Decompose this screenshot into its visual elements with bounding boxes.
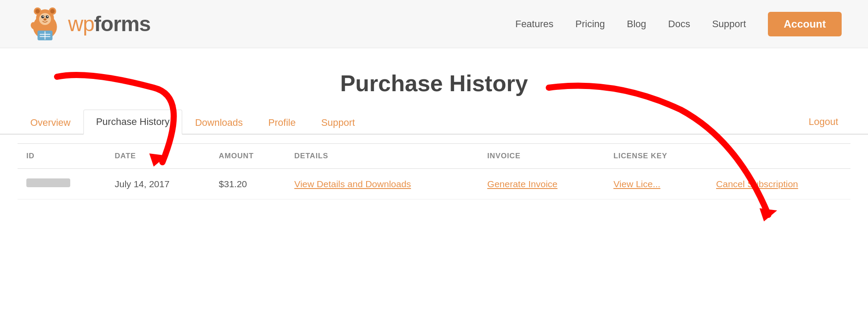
nav-support[interactable]: Support <box>712 18 746 30</box>
tab-profile[interactable]: Profile <box>256 110 308 135</box>
page-title-area: Purchase History <box>0 48 868 110</box>
main-nav: Features Pricing Blog Docs Support Accou… <box>515 12 842 36</box>
site-header: wpforms Features Pricing Blog Docs Suppo… <box>0 0 868 48</box>
page-wrapper: wpforms Features Pricing Blog Docs Suppo… <box>0 0 868 331</box>
logout-link[interactable]: Logout <box>796 110 850 134</box>
cell-invoice: Generate Invoice <box>479 169 605 199</box>
logo-area: wpforms <box>26 5 151 43</box>
svg-point-5 <box>50 9 54 14</box>
col-actions <box>707 144 850 169</box>
blurred-id <box>26 178 70 187</box>
cell-amount: $31.20 <box>210 169 285 199</box>
nav-docs[interactable]: Docs <box>668 18 690 30</box>
logo-wp: wp <box>68 12 94 36</box>
cancel-subscription-link[interactable]: Cancel Subscription <box>716 179 798 189</box>
logo-forms: forms <box>94 12 150 36</box>
view-license-link[interactable]: View Lice... <box>613 179 660 189</box>
page-title: Purchase History <box>0 70 868 96</box>
svg-point-10 <box>47 16 48 17</box>
svg-point-4 <box>35 9 40 14</box>
cell-date: July 14, 2017 <box>106 169 210 199</box>
purchases-table: ID DATE AMOUNT DETAILS INVOICE LICENSE K… <box>18 143 850 199</box>
nav-features[interactable]: Features <box>515 18 554 30</box>
cell-details: View Details and Downloads <box>285 169 478 199</box>
col-id: ID <box>18 144 106 169</box>
svg-point-9 <box>43 16 44 17</box>
bear-logo-icon <box>26 5 64 43</box>
svg-marker-21 <box>760 208 777 221</box>
col-invoice: INVOICE <box>479 144 605 169</box>
cell-cancel: Cancel Subscription <box>707 169 850 199</box>
nav-blog[interactable]: Blog <box>627 18 646 30</box>
account-button[interactable]: Account <box>768 12 842 36</box>
view-details-link[interactable]: View Details and Downloads <box>294 179 411 189</box>
col-amount: AMOUNT <box>210 144 285 169</box>
generate-invoice-link[interactable]: Generate Invoice <box>487 179 558 189</box>
logo-text: wpforms <box>68 12 151 36</box>
tabs-bar: Overview Purchase History Downloads Prof… <box>0 110 868 135</box>
cell-id <box>18 169 106 199</box>
table-row: July 14, 2017 $31.20 View Details and Do… <box>18 169 850 199</box>
cell-license: View Lice... <box>605 169 707 199</box>
table-area: ID DATE AMOUNT DETAILS INVOICE LICENSE K… <box>0 143 868 199</box>
nav-pricing[interactable]: Pricing <box>576 18 605 30</box>
tab-downloads[interactable]: Downloads <box>182 110 256 135</box>
svg-line-17 <box>36 21 37 25</box>
tab-support[interactable]: Support <box>308 110 367 135</box>
col-details: DETAILS <box>285 144 478 169</box>
tab-overview[interactable]: Overview <box>18 110 83 135</box>
tab-purchase-history[interactable]: Purchase History <box>83 110 183 135</box>
svg-point-11 <box>43 18 47 21</box>
col-license-key: LICENSE KEY <box>605 144 707 169</box>
table-header-row: ID DATE AMOUNT DETAILS INVOICE LICENSE K… <box>18 144 850 169</box>
col-date: DATE <box>106 144 210 169</box>
